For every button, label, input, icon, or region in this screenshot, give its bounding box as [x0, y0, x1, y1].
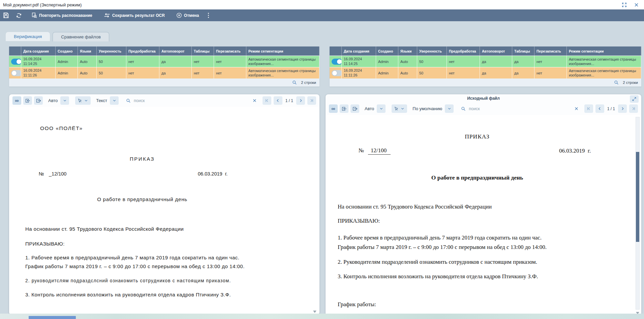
cell-autorotate: да [159, 67, 192, 78]
save-ocr-result-button[interactable]: Сохранить результат OCR [104, 13, 165, 18]
view-mode-button[interactable] [445, 104, 454, 113]
cursor-tool-button[interactable] [75, 96, 91, 105]
doc-subject: О работе в предпраздничный день [326, 174, 629, 181]
sync-scroll-icon: ∞ [15, 98, 19, 103]
page-import-button[interactable] [340, 104, 348, 113]
maximize-button[interactable] [621, 2, 627, 8]
page-import-button[interactable] [23, 96, 32, 105]
refresh-icon [16, 12, 22, 19]
cursor-icon [78, 98, 82, 103]
prev-page-button[interactable] [595, 104, 604, 113]
cell-date: 16.09.202411:14:25 [21, 56, 56, 67]
close-icon[interactable] [252, 98, 257, 103]
cell-segmentation: Автоматическая сегментация страницы изоб… [567, 56, 641, 67]
save-button[interactable] [3, 12, 9, 19]
search-icon[interactable] [292, 80, 297, 85]
cell-tables: нет [192, 56, 214, 67]
search-icon [461, 106, 466, 111]
first-page-button[interactable] [584, 104, 593, 113]
page-export-button[interactable] [350, 104, 359, 113]
more-options-button[interactable] [208, 13, 209, 18]
cursor-tool-button[interactable] [392, 104, 407, 113]
page-import-icon [25, 98, 30, 103]
view-mode-button[interactable] [110, 96, 119, 105]
document-search-icon [31, 12, 37, 18]
window-title: Мой документ.pdf (Экспертный режим) [3, 2, 82, 7]
scrollbar-thumb[interactable] [636, 152, 639, 242]
doc-line: 1. Рабочее время в предпраздничный день … [338, 234, 542, 241]
table-row[interactable]: 16.09.202411:11:26 Admin Auto 50 нет да … [330, 67, 641, 78]
source-file-document[interactable]: ПРИКАЗ № 12/100 06.03.2019 г. О работе в… [326, 115, 641, 316]
page-export-button[interactable] [34, 96, 43, 105]
zoom-select-button[interactable] [377, 104, 386, 113]
last-page-button[interactable] [629, 104, 638, 113]
expand-button[interactable] [630, 95, 639, 103]
vertical-scrollbar[interactable] [636, 117, 640, 310]
tab-verification[interactable]: Верификация [6, 32, 50, 41]
cell-preprocessing: нет [126, 56, 159, 67]
page-export-icon [352, 106, 358, 111]
first-page-button[interactable] [263, 96, 271, 105]
search-icon[interactable] [614, 80, 619, 85]
zoom-select-value: Авто [365, 106, 374, 111]
next-page-button[interactable] [618, 104, 627, 113]
repeat-recognition-button[interactable]: Повторить распознавание [31, 12, 92, 18]
ocr-result-document[interactable]: ООО «ПОЛЁТ» ПРИКАЗ № _12/100 06.03.2019 … [9, 107, 319, 315]
close-window-button[interactable] [633, 2, 639, 8]
row-toggle-on[interactable] [11, 59, 21, 65]
row-toggle-off[interactable] [11, 70, 21, 76]
sync-scroll-button[interactable]: ∞ [329, 104, 338, 113]
column-header-date: Дата создания [342, 46, 376, 56]
cell-confidence: 50 [417, 56, 447, 67]
source-file-viewer: Исходный файл ∞ Авто [326, 94, 641, 316]
chevron-down-icon [84, 98, 88, 103]
sync-scroll-button[interactable]: ∞ [12, 96, 21, 105]
prev-page-button[interactable] [274, 96, 282, 105]
cell-created: Admin [56, 56, 78, 67]
doc-line: 3. Контроль исполнения возложить на руко… [25, 292, 231, 297]
doc-line: График работы 7 марта 2019 г. – с 9:00 д… [338, 244, 547, 251]
doc-line: 2. руководитслям подраздслсний ознакомит… [25, 278, 231, 283]
tab-file-comparison[interactable]: Сравнение файлов [53, 32, 109, 41]
maximize-icon [621, 2, 627, 8]
cell-date: 16.09.202411:14:25 [342, 56, 376, 67]
table-row[interactable]: 16.09.202411:11:26 Admin Auto 50 нет да … [9, 67, 319, 78]
cell-overwrite: нет [214, 56, 246, 67]
last-page-icon [310, 98, 314, 103]
cell-preprocessing: нет [447, 67, 480, 78]
cell-overwrite: нет [534, 56, 567, 67]
table-header-row: Дата создания Создано Языки Уверенность … [9, 46, 319, 56]
cell-created: Admin [56, 67, 78, 78]
toggle-column-header [9, 46, 21, 56]
search-input[interactable] [133, 98, 178, 103]
cell-confidence: 50 [97, 56, 126, 67]
table-row[interactable]: 16.09.202411:14:25 Admin Auto 50 нет да … [330, 56, 641, 67]
cancel-button[interactable]: Отмена [176, 12, 199, 18]
table-row[interactable]: 16.09.202411:14:25 Admin Auto 50 нет да … [9, 56, 319, 67]
row-toggle-off[interactable] [332, 70, 342, 76]
row-toggle-on[interactable] [332, 59, 342, 65]
cancel-circle-icon [176, 12, 182, 18]
last-page-button[interactable] [307, 96, 316, 105]
column-header-created: Создано [376, 46, 398, 56]
doc-company: ООО «ПОЛЁТ» [40, 125, 83, 131]
next-page-button[interactable] [296, 96, 305, 105]
cell-segmentation: Автоматическая сегментация страницы изоб… [246, 67, 319, 78]
cell-autorotate: да [480, 56, 512, 67]
search-input[interactable] [468, 106, 513, 111]
scroll-down-arrow[interactable] [313, 311, 316, 313]
zoom-select-button[interactable] [60, 96, 69, 105]
source-panel: Дата создания Создано Языки Уверенность … [326, 46, 641, 316]
cell-tables: да [512, 67, 534, 78]
doc-number-label: № [359, 147, 364, 154]
column-header-languages: Языки [78, 46, 97, 56]
cell-segmentation: Автоматическая сегментация страницы изоб… [246, 56, 319, 67]
source-file-title: Исходный файл [467, 96, 500, 101]
column-header-created: Создано [56, 46, 78, 56]
row-count: 2 строки [301, 81, 316, 85]
refresh-button[interactable] [16, 12, 22, 19]
cell-date: 16.09.202411:11:26 [21, 67, 56, 78]
close-icon[interactable] [574, 106, 579, 111]
column-header-confidence: Уверенность [97, 46, 126, 56]
column-header-date: Дата создания [21, 46, 56, 56]
